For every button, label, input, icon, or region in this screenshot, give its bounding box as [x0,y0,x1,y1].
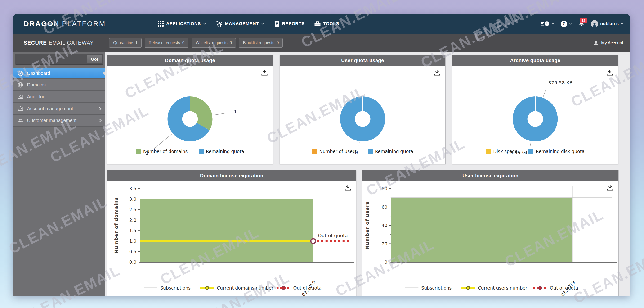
notification-count-badge: 12 [580,18,588,24]
svg-text:Current domains number: Current domains number [217,285,274,290]
person-icon [592,22,597,28]
menu-management[interactable]: MANAGEMENT [216,20,264,27]
download-icon[interactable] [434,69,440,76]
area-chart-domain-license: Out of quota0.00.51.01.52.02.53.03.5Numb… [107,181,356,296]
dashboard-content: Domain quota usage 12 Number of domains [105,52,630,296]
sidebar: Go! Dashboard Domains [13,52,105,296]
menu-tools[interactable]: TOOLS [314,21,339,27]
avatar [591,20,598,28]
menu-reports[interactable]: REPORTS [274,21,304,27]
svg-text:Out of quota: Out of quota [293,285,322,290]
download-icon[interactable] [344,184,351,191]
top-navigation-bar: DRAGON PLATFORM APPLICATIONS [13,14,630,34]
legend-label: Remaining quota [206,149,244,154]
svg-text:3.5: 3.5 [129,186,136,191]
report-icon [274,21,280,27]
legend-swatch [136,149,141,154]
person-icon [593,40,599,46]
briefcase-icon [314,21,321,27]
legend-item: Remaining disk quota [528,149,584,154]
legend-swatch [486,149,491,154]
product-header-bar: SECURE EMAIL GATEWAY Quarantine: 1 Relea… [13,34,630,52]
globe-icon [18,82,24,88]
panel-domain-quota-usage: Domain quota usage 12 Number of domains [107,55,273,164]
sidebar-item-dashboard[interactable]: Dashboard [13,68,105,79]
svg-text:0: 0 [384,259,387,265]
topnav-right-cluster: ? 12 nu [541,14,624,34]
desktop-background: CLEAN.EMAIL CLEAN.EMAIL CLEAN.EMAIL CLEA… [0,0,644,308]
sidebar-item-domains[interactable]: Domains [13,79,105,91]
svg-text:3.0: 3.0 [129,196,136,202]
sidebar-item-account-management[interactable]: Account management [13,103,105,115]
legend-swatch [199,149,204,154]
gear-icon [216,20,222,27]
panel-title: User quota usage [280,55,445,66]
svg-text:20: 20 [382,241,387,246]
dashboard-icon [18,70,24,76]
sidebar-item-customer-management[interactable]: Customer management [13,115,105,127]
product-title-bold: SECURE [24,40,47,46]
user-menu[interactable]: nubian s [591,20,624,28]
brand-light: PLATFORM [62,20,106,28]
panel-user-quota-usage: User quota usage 70 Number of users [280,55,446,164]
legend-label: Number of domains [143,149,188,154]
download-icon[interactable] [606,184,614,191]
menu-label: REPORTS [282,21,304,26]
brand-bold: DRAGON [24,20,60,28]
svg-text:40: 40 [382,223,387,228]
active-item-marker [102,71,105,76]
user-name: nubian s [600,21,619,26]
sidebar-item-label: Customer management [27,118,76,123]
legend-swatch [368,149,373,154]
sidebar-item-label: Domains [27,82,46,88]
chevron-down-icon [261,23,264,25]
svg-text:2.0: 2.0 [129,217,136,223]
panel-title: User license expiration [362,170,618,181]
go-button[interactable]: Go! [87,55,102,64]
release-requests-badge[interactable]: Release requests: 0 [145,38,188,48]
activity-log-dropdown[interactable] [541,20,554,27]
svg-text:Current users number: Current users number [478,285,527,290]
download-icon[interactable] [606,69,613,76]
svg-text:375.58 KB: 375.58 KB [548,80,573,86]
notifications-button[interactable]: 12 [578,20,585,28]
legend-item: Remaining quota [199,149,244,154]
chevron-right-icon [99,107,102,111]
chart-legend: Disk space Remaining disk quota [452,149,618,154]
menu-label: MANAGEMENT [225,21,259,26]
legend-swatch [312,149,317,154]
chart-legend: Number of users Remaining quota [280,149,445,154]
panel-title: Domain quota usage [107,55,273,66]
menu-applications[interactable]: APPLICATIONS [158,21,206,27]
blacklist-requests-badge[interactable]: Blacklist requests: 0 [239,38,283,48]
sidebar-search: Go! [15,54,104,65]
brand-logo: DRAGON PLATFORM [24,14,106,34]
panel-title: Archive quota usage [452,55,618,66]
svg-text:Number of domains: Number of domains [114,197,119,253]
legend-item: Number of users [312,149,357,154]
svg-text:1.5: 1.5 [129,228,136,233]
legend-label: Number of users [320,149,357,154]
status-badges: Quarantine: 1 Release requests: 0 Whitel… [109,34,283,52]
chevron-right-icon [99,118,102,123]
sidebar-item-audit-log[interactable]: Audit log [13,91,105,103]
legend-item: Remaining quota [368,149,414,154]
svg-text:Out of quota: Out of quota [550,285,578,290]
legend-label: Remaining disk quota [536,149,584,154]
download-icon[interactable] [261,69,268,76]
donut-chart-domain-quota: 12 [107,66,273,156]
whitelist-requests-badge[interactable]: Whitelist requests: 0 [192,38,236,48]
id-card-icon [18,106,24,112]
sidebar-item-label: Account management [27,106,73,111]
donut-chart-archive-quota: 375.58 KB9.99 GB [452,66,618,156]
help-icon: ? [561,21,567,27]
donut-chart-user-quota: 70 [280,66,445,156]
quarantine-badge[interactable]: Quarantine: 1 [109,38,142,48]
sidebar-search-input[interactable] [16,57,87,62]
my-account-button[interactable]: My Account [593,34,623,52]
help-dropdown[interactable]: ? [561,21,572,27]
panel-archive-quota-usage: Archive quota usage 375.58 KB9.99 GB Dis… [452,55,618,164]
legend-swatch [528,149,534,154]
svg-text:1: 1 [234,109,237,114]
app-window: DRAGON PLATFORM APPLICATIONS [13,14,630,296]
